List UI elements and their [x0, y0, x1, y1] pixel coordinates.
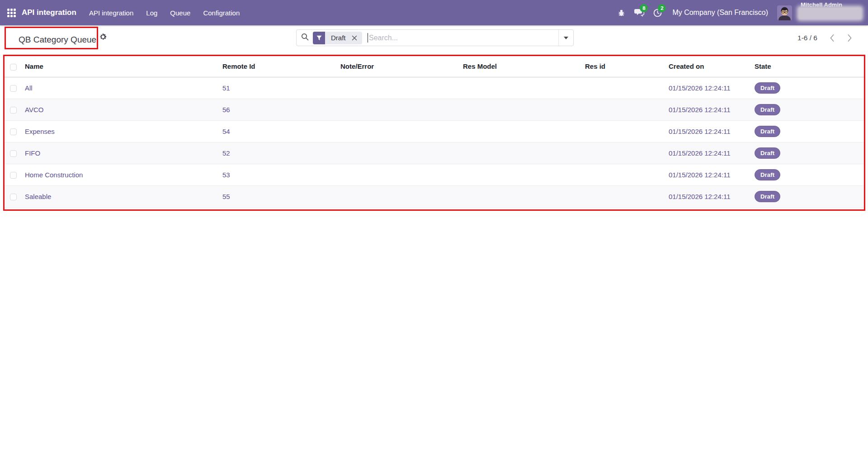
filter-funnel-icon — [313, 32, 325, 44]
state-badge: Draft — [755, 169, 780, 180]
chevron-left-icon — [830, 34, 835, 42]
column-header-created-on[interactable]: Created on — [669, 56, 755, 77]
table-row[interactable]: Home Construction 53 01/15/2026 12:24:11… — [5, 164, 865, 185]
search-bar[interactable]: Draft Search... — [296, 29, 574, 46]
row-checkbox-cell — [5, 164, 25, 185]
cell-name: Home Construction — [25, 164, 222, 185]
activities-clock-icon[interactable]: 2 — [651, 7, 663, 19]
state-badge: Draft — [755, 191, 780, 202]
cell-created-on: 01/15/2026 12:24:11 — [669, 77, 755, 99]
annotation-box-title: QB Category Queue — [5, 27, 98, 49]
top-navbar: API integration API integration Log Queu… — [0, 0, 868, 25]
table-row[interactable]: All 51 01/15/2026 12:24:11 Draft — [5, 77, 865, 99]
cell-state: Draft — [755, 77, 865, 99]
select-all-checkbox[interactable] — [10, 64, 17, 71]
cell-created-on: 01/15/2026 12:24:11 — [669, 142, 755, 164]
cell-res-model — [463, 77, 585, 99]
row-checkbox[interactable] — [10, 107, 17, 114]
chevron-right-icon — [847, 34, 852, 42]
cell-remote-id: 56 — [222, 99, 340, 120]
cell-state: Draft — [755, 120, 865, 142]
control-panel: QB Category Queue Draft — [0, 25, 868, 55]
cell-note-error — [340, 142, 463, 164]
queue-list-table: Name Remote Id Note/Error Res Model Res … — [5, 56, 865, 208]
column-header-name[interactable]: Name — [25, 56, 222, 77]
app-name[interactable]: API integration — [22, 8, 76, 17]
column-header-res-model[interactable]: Res Model — [463, 56, 585, 77]
search-icon — [301, 33, 309, 43]
cell-res-id — [585, 99, 669, 120]
cell-remote-id: 53 — [222, 164, 340, 185]
apps-menu-icon[interactable] — [7, 9, 16, 17]
cell-res-model — [463, 185, 585, 207]
company-switcher[interactable]: My Company (San Francisco) — [672, 9, 768, 17]
cell-created-on: 01/15/2026 12:24:11 — [669, 164, 755, 185]
debug-bug-icon[interactable] — [615, 7, 627, 19]
cell-res-id — [585, 120, 669, 142]
user-avatar[interactable] — [777, 5, 792, 20]
user-menu[interactable]: Mitchell Admin — [798, 0, 865, 25]
cell-name: FIFO — [25, 142, 222, 164]
menu-item-api-integration[interactable]: API integration — [85, 6, 138, 19]
row-checkbox[interactable] — [10, 172, 17, 179]
cell-name: Expenses — [25, 120, 222, 142]
table-row[interactable]: AVCO 56 01/15/2026 12:24:11 Draft — [5, 99, 865, 120]
cell-name: Saleable — [25, 185, 222, 207]
column-header-note-error[interactable]: Note/Error — [340, 56, 463, 77]
menu-item-log[interactable]: Log — [142, 6, 162, 19]
pager: 1-6 / 6 — [797, 29, 853, 46]
row-checkbox[interactable] — [10, 194, 17, 200]
column-header-state[interactable]: State — [755, 56, 865, 77]
cell-res-id — [585, 142, 669, 164]
row-checkbox-cell — [5, 142, 25, 164]
table-row[interactable]: FIFO 52 01/15/2026 12:24:11 Draft — [5, 142, 865, 164]
cell-state: Draft — [755, 185, 865, 207]
column-header-res-id[interactable]: Res id — [585, 56, 669, 77]
cell-res-id — [585, 185, 669, 207]
row-checkbox-cell — [5, 99, 25, 120]
search-input[interactable]: Search... — [369, 34, 398, 42]
chevron-down-icon — [563, 36, 569, 40]
cell-note-error — [340, 185, 463, 207]
cell-res-model — [463, 120, 585, 142]
row-checkbox-cell — [5, 185, 25, 207]
state-badge: Draft — [755, 82, 780, 94]
cell-note-error — [340, 99, 463, 120]
cell-res-model — [463, 142, 585, 164]
table-row[interactable]: Saleable 55 01/15/2026 12:24:11 Draft — [5, 185, 865, 207]
cell-created-on: 01/15/2026 12:24:11 — [669, 99, 755, 120]
cell-note-error — [340, 164, 463, 185]
user-name-blur-patch — [798, 7, 862, 19]
cell-note-error — [340, 77, 463, 99]
messages-icon[interactable]: 8 — [633, 7, 645, 19]
column-header-remote-id[interactable]: Remote Id — [222, 56, 340, 77]
cell-remote-id: 55 — [222, 185, 340, 207]
state-badge: Draft — [755, 126, 780, 137]
previous-page-button[interactable] — [829, 33, 835, 43]
row-checkbox-cell — [5, 120, 25, 142]
row-checkbox[interactable] — [10, 128, 17, 135]
row-checkbox[interactable] — [10, 85, 17, 92]
menu-item-configration[interactable]: Configration — [198, 6, 244, 19]
row-checkbox[interactable] — [10, 150, 17, 157]
search-facet-draft: Draft — [313, 32, 362, 44]
table-row[interactable]: Expenses 54 01/15/2026 12:24:11 Draft — [5, 120, 865, 142]
cell-remote-id: 54 — [222, 120, 340, 142]
row-checkbox-cell — [5, 77, 25, 99]
state-badge: Draft — [755, 104, 780, 115]
main-menu: API integration Log Queue Configration — [85, 6, 244, 19]
next-page-button[interactable] — [846, 33, 853, 43]
activities-count-badge: 2 — [658, 4, 666, 12]
cell-res-model — [463, 164, 585, 185]
gear-icon[interactable] — [99, 33, 107, 41]
cell-note-error — [340, 120, 463, 142]
cell-res-id — [585, 77, 669, 99]
facet-remove-button[interactable] — [351, 32, 362, 44]
state-badge: Draft — [755, 147, 780, 159]
search-options-toggle[interactable] — [558, 30, 573, 46]
cell-state: Draft — [755, 142, 865, 164]
page: API integration API integration Log Queu… — [0, 0, 868, 460]
text-cursor — [368, 33, 368, 43]
cell-name: AVCO — [25, 99, 222, 120]
menu-item-queue[interactable]: Queue — [165, 6, 195, 19]
